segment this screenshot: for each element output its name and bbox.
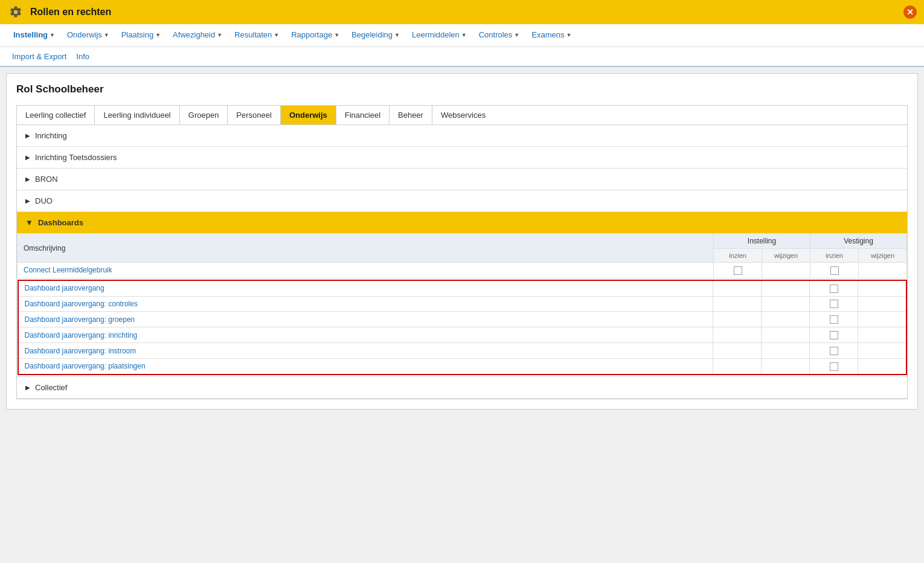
row-desc: Dashboard jaarovergang: instroom bbox=[18, 343, 713, 359]
tab-beheer[interactable]: Beheer bbox=[390, 106, 432, 124]
chevron-right-icon: ▶ bbox=[25, 176, 30, 182]
cell-vest-wijzigen bbox=[858, 358, 906, 374]
tab-onderwijs[interactable]: Onderwijs bbox=[281, 106, 336, 124]
checkbox-inst-inzien bbox=[713, 327, 762, 343]
nav-plaatsing[interactable]: Plaatsing ▼ bbox=[115, 24, 167, 47]
subheader-inst-wijzigen: wijzigen bbox=[762, 249, 810, 263]
table-row: Dashboard jaarovergang bbox=[18, 280, 906, 296]
section-bron: ▶ BRON bbox=[17, 169, 907, 190]
section-dashboards: ▼ Dashboards Omschrijving Instelling Ves… bbox=[17, 212, 907, 377]
nav-leermiddelen[interactable]: Leermiddelen ▼ bbox=[406, 24, 473, 47]
section-inrichting-header[interactable]: ▶ Inrichting bbox=[17, 125, 907, 146]
cell-vest-wijzigen bbox=[858, 296, 906, 312]
chevron-down-icon: ▼ bbox=[25, 218, 33, 227]
sections-container: ▶ Inrichting ▶ Inrichting Toetsdossiers … bbox=[16, 125, 908, 399]
section-inrichting: ▶ Inrichting bbox=[17, 125, 907, 147]
col-instelling: Instelling bbox=[714, 234, 810, 249]
cell-vest-wijzigen bbox=[859, 263, 907, 278]
section-duo-header[interactable]: ▶ DUO bbox=[17, 190, 907, 211]
section-dashboards-header[interactable]: ▼ Dashboards bbox=[17, 212, 907, 233]
checkbox-vest-inzien[interactable] bbox=[810, 312, 858, 327]
cell-inst-wijzigen bbox=[762, 312, 810, 327]
tab-leerling-collectief[interactable]: Leerling collectief bbox=[17, 106, 95, 124]
table-row: Dashboard jaarovergang: plaatsingen bbox=[18, 358, 906, 374]
section-collectief-header[interactable]: ▶ Collectief bbox=[17, 377, 907, 398]
chevron-right-icon: ▶ bbox=[25, 132, 30, 139]
col-omschrijving: Omschrijving bbox=[18, 234, 714, 263]
cell-inst-wijzigen bbox=[762, 327, 810, 343]
cell-vest-wijzigen bbox=[858, 327, 906, 343]
tab-groepen[interactable]: Groepen bbox=[180, 106, 228, 124]
sub-nav: Import & Export Info bbox=[0, 47, 924, 67]
col-vestiging: Vestiging bbox=[810, 234, 907, 249]
nav-begeleiding[interactable]: Begeleiding ▼ bbox=[345, 24, 406, 47]
section-duo-label: DUO bbox=[35, 196, 53, 205]
section-dashboards-label: Dashboards bbox=[38, 218, 83, 227]
checkbox-inst-inzien bbox=[713, 280, 762, 296]
subheader-vest-wijzigen: wijzigen bbox=[859, 249, 907, 263]
table-row: Connect Leermiddelgebruik bbox=[18, 263, 907, 278]
section-duo: ▶ DUO bbox=[17, 190, 907, 212]
checkbox-inst-inzien bbox=[713, 312, 762, 327]
subheader-inst-inzien: inzien bbox=[714, 249, 762, 263]
chevron-right-icon: ▶ bbox=[25, 384, 30, 391]
chevron-right-icon: ▶ bbox=[25, 198, 30, 204]
nav-examens[interactable]: Examens ▼ bbox=[525, 24, 577, 47]
cell-vest-wijzigen bbox=[858, 312, 906, 327]
nav-onderwijs[interactable]: Onderwijs ▼ bbox=[61, 24, 115, 47]
nav-resultaten[interactable]: Resultaten ▼ bbox=[228, 24, 285, 47]
checkbox-vest-inzien[interactable] bbox=[810, 263, 859, 278]
row-desc: Dashboard jaarovergang: inrichting bbox=[18, 327, 713, 343]
checkbox-vest-inzien[interactable] bbox=[810, 358, 858, 374]
tab-leerling-individueel[interactable]: Leerling individueel bbox=[95, 106, 179, 124]
row-desc: Connect Leermiddelgebruik bbox=[18, 263, 714, 278]
sub-nav-import-export[interactable]: Import & Export bbox=[7, 50, 71, 63]
chevron-down-icon: ▼ bbox=[394, 32, 400, 38]
checkbox-vest-inzien[interactable] bbox=[810, 327, 858, 343]
section-toetsdossiers-label: Inrichting Toetsdossiers bbox=[35, 153, 117, 162]
checkbox-vest-inzien[interactable] bbox=[810, 280, 858, 296]
checkbox-vest-inzien[interactable] bbox=[810, 296, 858, 312]
cell-inst-wijzigen bbox=[762, 358, 810, 374]
chevron-down-icon: ▼ bbox=[334, 32, 339, 38]
sub-nav-info[interactable]: Info bbox=[71, 50, 94, 63]
section-toetsdossiers-header[interactable]: ▶ Inrichting Toetsdossiers bbox=[17, 147, 907, 168]
nav-controles[interactable]: Controles ▼ bbox=[473, 24, 526, 47]
checkbox-inst-inzien bbox=[713, 358, 762, 374]
chevron-down-icon: ▼ bbox=[461, 32, 467, 38]
table-row: Dashboard jaarovergang: instroom bbox=[18, 343, 906, 359]
top-bar: Rollen en rechten ✕ bbox=[0, 0, 924, 24]
tab-personeel[interactable]: Personeel bbox=[228, 106, 281, 124]
tabs-bar: Leerling collectief Leerling individueel… bbox=[16, 105, 908, 125]
chevron-right-icon: ▶ bbox=[25, 154, 30, 161]
chevron-down-icon: ▼ bbox=[274, 32, 279, 38]
section-collectief-label: Collectief bbox=[35, 383, 67, 392]
cell-vest-wijzigen bbox=[858, 280, 906, 296]
nav-rapportage[interactable]: Rapportage ▼ bbox=[285, 24, 345, 47]
section-toetsdossiers: ▶ Inrichting Toetsdossiers bbox=[17, 147, 907, 169]
chevron-down-icon: ▼ bbox=[104, 32, 109, 38]
table-row: Dashboard jaarovergang: inrichting bbox=[18, 327, 906, 343]
nav-instelling[interactable]: Instelling ▼ bbox=[7, 24, 61, 47]
checkbox-inst-inzien[interactable] bbox=[714, 263, 762, 278]
close-button[interactable]: ✕ bbox=[903, 5, 917, 19]
permissions-table: Omschrijving Instelling Vestiging inzien… bbox=[17, 233, 907, 376]
section-bron-header[interactable]: ▶ BRON bbox=[17, 169, 907, 190]
nav-afwezigheid[interactable]: Afwezigheid ▼ bbox=[167, 24, 228, 47]
chevron-down-icon: ▼ bbox=[514, 32, 519, 38]
settings-icon bbox=[7, 4, 24, 21]
row-desc: Dashboard jaarovergang: controles bbox=[18, 296, 713, 312]
row-desc: Dashboard jaarovergang bbox=[18, 280, 713, 296]
top-bar-title: Rollen en rechten bbox=[30, 7, 897, 18]
chevron-down-icon: ▼ bbox=[155, 32, 161, 38]
checkbox-vest-inzien[interactable] bbox=[810, 343, 858, 359]
chevron-down-icon: ▼ bbox=[217, 32, 222, 38]
section-collectief: ▶ Collectief bbox=[17, 377, 907, 399]
chevron-down-icon: ▼ bbox=[50, 32, 55, 38]
tab-webservices[interactable]: Webservices bbox=[432, 106, 494, 124]
table-header-row: Omschrijving Instelling Vestiging bbox=[18, 234, 907, 249]
checkbox-inst-inzien bbox=[713, 343, 762, 359]
highlighted-rows-container: Dashboard jaarovergang Dashboard jaarove… bbox=[18, 278, 907, 376]
checkbox-inst-inzien bbox=[713, 296, 762, 312]
tab-financieel[interactable]: Financieel bbox=[336, 106, 390, 124]
